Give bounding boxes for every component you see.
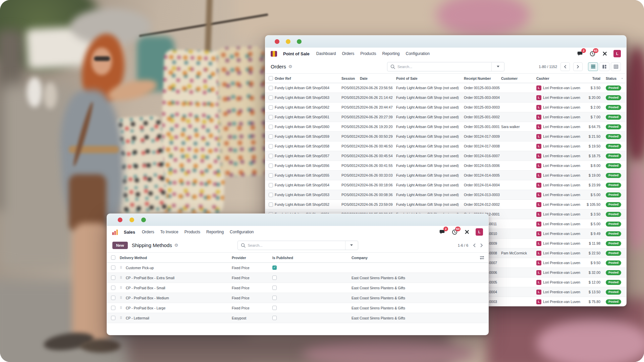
row-checkbox[interactable] bbox=[265, 183, 275, 187]
order-row[interactable]: Fundy Light Aritsan Gift Shop/0362 POS/0… bbox=[265, 103, 626, 112]
order-row[interactable]: Fundy Light Aritsan Gift Shop/0361 POS/0… bbox=[265, 112, 626, 122]
sales-menu-reporting[interactable]: Reporting bbox=[206, 230, 224, 234]
row-checkbox[interactable] bbox=[265, 105, 275, 110]
close-window-button[interactable] bbox=[118, 218, 122, 222]
breadcrumb[interactable]: Shipping Methods bbox=[132, 242, 172, 248]
optional-columns-button[interactable] bbox=[622, 76, 626, 80]
user-avatar[interactable]: L bbox=[476, 228, 483, 236]
breadcrumb[interactable]: Orders bbox=[271, 64, 286, 69]
col-cashier[interactable]: Cashier bbox=[536, 76, 581, 80]
col-total[interactable]: Total bbox=[581, 76, 603, 80]
order-row[interactable]: Fundy Light Aritsan Gift Shop/0363 POS/0… bbox=[265, 93, 626, 103]
pivot-view-button[interactable] bbox=[611, 62, 621, 71]
sales-menu-products[interactable]: Products bbox=[184, 230, 200, 234]
row-checkbox[interactable] bbox=[265, 115, 275, 119]
sales-menu-to-invoice[interactable]: To Invoice bbox=[160, 230, 178, 234]
user-avatar[interactable]: L bbox=[613, 50, 621, 57]
col-receipt-number[interactable]: Receipt Number bbox=[464, 76, 501, 80]
debug-tools-button[interactable] bbox=[463, 228, 471, 236]
pos-app-name[interactable]: Point of Sale bbox=[283, 51, 310, 56]
is-published-checkbox[interactable] bbox=[272, 316, 277, 320]
search-filter-dropdown[interactable] bbox=[491, 62, 504, 71]
is-published-checkbox[interactable] bbox=[272, 306, 277, 310]
search-input[interactable]: Search... bbox=[237, 241, 358, 250]
sales-app-name[interactable]: Sales bbox=[124, 230, 135, 235]
activities-button[interactable]: 63 bbox=[589, 50, 596, 57]
search-input[interactable]: Search... bbox=[387, 62, 504, 71]
maximize-window-button[interactable] bbox=[297, 39, 302, 44]
shipping-method-row[interactable]: ⠿ CP - PrePaid Box - Medium Fixed Price … bbox=[107, 293, 488, 303]
col-company[interactable]: Company bbox=[352, 256, 475, 260]
debug-tools-button[interactable] bbox=[601, 50, 608, 57]
minimize-window-button[interactable] bbox=[129, 218, 134, 222]
row-checkbox[interactable] bbox=[265, 173, 275, 178]
maximize-window-button[interactable] bbox=[141, 218, 146, 222]
shipping-method-row[interactable]: ⠿ CP - PrePaid Box - Large Fixed Price E… bbox=[107, 303, 488, 313]
pager-next-button[interactable] bbox=[480, 243, 483, 247]
order-row[interactable]: Fundy Light Aritsan Gift Shop/0364 POS/0… bbox=[265, 83, 626, 93]
shipping-method-row[interactable]: ⠿ CP - PrePaid Box - Extra Small Fixed P… bbox=[107, 273, 488, 283]
row-checkbox[interactable] bbox=[265, 164, 275, 168]
kanban-view-button[interactable] bbox=[599, 62, 609, 71]
col-delivery-method[interactable]: Delivery Method bbox=[120, 256, 232, 260]
list-view-button[interactable] bbox=[588, 62, 598, 71]
select-all-checkbox[interactable] bbox=[265, 76, 275, 80]
drag-handle-icon[interactable]: ⠿ bbox=[120, 266, 126, 269]
is-published-checkbox[interactable] bbox=[272, 296, 277, 300]
row-checkbox[interactable] bbox=[107, 306, 120, 310]
is-published-checkbox[interactable] bbox=[272, 276, 277, 280]
optional-columns-button[interactable] bbox=[475, 256, 488, 260]
shipping-method-row[interactable]: ⠿ Customer Pick-up Fixed Price bbox=[107, 263, 488, 273]
pager-prev-button[interactable] bbox=[560, 62, 570, 71]
sales-menu-orders[interactable]: Orders bbox=[142, 230, 154, 234]
drag-handle-icon[interactable]: ⠿ bbox=[120, 296, 126, 300]
order-row[interactable]: Fundy Light Aritsan Gift Shop/0355 POS/0… bbox=[265, 171, 626, 180]
row-checkbox[interactable] bbox=[265, 154, 275, 158]
row-checkbox[interactable] bbox=[265, 202, 275, 207]
row-checkbox[interactable] bbox=[107, 316, 120, 320]
order-row[interactable]: Fundy Light Aritsan Gift Shop/0358 POS/0… bbox=[265, 141, 626, 151]
view-settings-gear-icon[interactable]: ⚙ bbox=[288, 64, 292, 69]
pos-menu-orders[interactable]: Orders bbox=[342, 51, 354, 56]
sales-menu-configuration[interactable]: Configuration bbox=[230, 230, 254, 234]
messages-button[interactable]: 2 bbox=[438, 228, 446, 236]
pos-menu-reporting[interactable]: Reporting bbox=[382, 51, 400, 56]
shipping-method-row[interactable]: ⠿ CP - Lettermail Easypost East Coast Si… bbox=[107, 313, 488, 323]
row-checkbox[interactable] bbox=[265, 86, 275, 90]
order-row[interactable]: Fundy Light Aritsan Gift Shop/0360 POS/0… bbox=[265, 122, 626, 132]
order-row[interactable]: Fundy Light Aritsan Gift Shop/0357 POS/0… bbox=[265, 151, 626, 161]
row-checkbox[interactable] bbox=[265, 125, 275, 129]
row-checkbox[interactable] bbox=[107, 265, 120, 270]
pager-next-button[interactable] bbox=[573, 62, 583, 71]
col-date[interactable]: Date bbox=[360, 76, 396, 80]
row-checkbox[interactable] bbox=[107, 296, 120, 300]
col-provider[interactable]: Provider bbox=[232, 256, 272, 260]
close-window-button[interactable] bbox=[275, 39, 279, 44]
is-published-checkbox[interactable] bbox=[272, 265, 277, 270]
activities-button[interactable]: 63 bbox=[451, 228, 458, 236]
pos-menu-configuration[interactable]: Configuration bbox=[406, 51, 430, 56]
select-all-checkbox[interactable] bbox=[107, 255, 120, 260]
order-row[interactable]: Fundy Light Aritsan Gift Shop/0352 POS/0… bbox=[265, 200, 626, 209]
order-row[interactable]: Fundy Light Aritsan Gift Shop/0356 POS/0… bbox=[265, 161, 626, 171]
order-row[interactable]: Fundy Light Aritsan Gift Shop/0359 POS/0… bbox=[265, 132, 626, 141]
order-row[interactable]: Fundy Light Aritsan Gift Shop/0354 POS/0… bbox=[265, 180, 626, 190]
col-status[interactable]: Status bbox=[603, 76, 622, 80]
drag-handle-icon[interactable]: ⠿ bbox=[120, 306, 126, 310]
col-customer[interactable]: Customer bbox=[501, 76, 536, 80]
view-settings-gear-icon[interactable]: ⚙ bbox=[174, 243, 178, 248]
col-is-published[interactable]: Is Published bbox=[272, 256, 352, 260]
drag-handle-icon[interactable]: ⠿ bbox=[120, 286, 126, 290]
row-checkbox[interactable] bbox=[107, 276, 120, 280]
messages-button[interactable]: 2 bbox=[576, 50, 584, 57]
row-checkbox[interactable] bbox=[265, 144, 275, 148]
col-order-ref[interactable]: Order Ref bbox=[275, 76, 341, 80]
col-session[interactable]: Session bbox=[341, 76, 360, 80]
new-button[interactable]: New bbox=[112, 242, 128, 249]
row-checkbox[interactable] bbox=[265, 134, 275, 139]
col-point-of-sale[interactable]: Point of Sale bbox=[396, 76, 464, 80]
row-checkbox[interactable] bbox=[265, 96, 275, 100]
minimize-window-button[interactable] bbox=[286, 39, 290, 44]
is-published-checkbox[interactable] bbox=[272, 286, 277, 290]
drag-handle-icon[interactable]: ⠿ bbox=[120, 276, 126, 280]
